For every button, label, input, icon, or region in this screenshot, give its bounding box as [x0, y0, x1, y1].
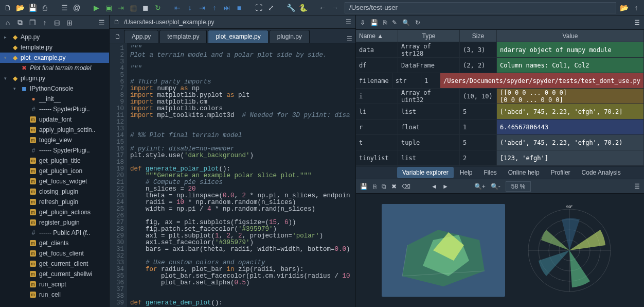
plot-next-icon[interactable]: ► [442, 183, 449, 190]
clear-icon[interactable]: ✎ [392, 19, 397, 26]
var-row[interactable]: dfDataFrame(2, 2)Column names: Col1, Col… [356, 58, 644, 73]
home-icon[interactable]: ⌂ [3, 18, 12, 27]
plot-options-icon[interactable]: ☰ [634, 183, 640, 190]
var-row[interactable]: tinylistlist2[123, 'efgh'] [356, 150, 644, 166]
back-icon[interactable]: ← [318, 3, 327, 12]
editor-options-icon[interactable]: ☰ [346, 19, 351, 26]
tree-item[interactable]: mrun_script [0, 279, 109, 289]
col-value-header[interactable]: Value [497, 30, 644, 42]
run-cell-icon[interactable]: ▣ [104, 3, 113, 12]
tree-item[interactable]: mclosing_plugin [0, 186, 109, 197]
new-file-icon[interactable]: 🗋 [3, 3, 12, 12]
debug-continue-icon[interactable]: ⏭ [222, 3, 231, 12]
tree-item[interactable]: mrefresh_plugin [0, 197, 109, 207]
tree-item[interactable]: mget_focus_client [0, 248, 109, 259]
browse-dir-icon[interactable]: 📂 [619, 3, 629, 12]
up-icon[interactable]: ↑ [40, 18, 49, 27]
parent-dir-icon[interactable]: ↑ [632, 3, 641, 12]
right-pane-tab[interactable]: Profiler [546, 167, 576, 178]
save-icon[interactable]: 💾 [28, 3, 37, 12]
editor-tab[interactable]: plugin.py [270, 30, 310, 43]
tab-list-icon[interactable]: 🗋 [112, 30, 124, 43]
editor-tab[interactable]: App.py [124, 30, 158, 43]
run-selection-icon[interactable]: ▦ [129, 3, 138, 12]
tree-item[interactable]: mget_clients [0, 238, 109, 248]
right-pane-tab[interactable]: Help [455, 167, 478, 178]
save-all-icon[interactable]: ⎙ [40, 3, 49, 12]
debug-step-over-icon[interactable]: ⇤ [173, 3, 182, 12]
plot-saveall-icon[interactable]: ⎘ [373, 183, 377, 190]
debug-step-into-icon[interactable]: ↓ [185, 3, 194, 12]
plot-save-icon[interactable]: 💾 [360, 183, 368, 190]
save-data-icon[interactable]: 💾 [370, 19, 378, 26]
var-row[interactable]: dataArray of str128(3, 3)ndarray object … [356, 42, 644, 58]
open-folder-icon[interactable]: 📂 [15, 3, 25, 12]
col-name-header[interactable]: Name ▲ [356, 30, 398, 42]
tree-item[interactable]: mget_plugin_title [0, 156, 109, 166]
col-type-header[interactable]: Type [398, 30, 460, 42]
tree-item[interactable]: mget_current_client [0, 259, 109, 269]
options-icon[interactable]: ☰ [97, 18, 106, 27]
at-icon[interactable]: @ [72, 3, 81, 12]
import-icon[interactable]: ⇩ [360, 19, 365, 26]
stop-icon[interactable]: ◼ [141, 3, 150, 12]
tree-item[interactable]: ●__init__ [0, 94, 109, 104]
tree-item[interactable]: mrun_cell [0, 289, 109, 300]
fullscreen-icon[interactable]: ⤢ [266, 3, 276, 12]
tree-item[interactable]: mupdate_font [0, 114, 109, 125]
preferences-icon[interactable]: 🔧 [286, 3, 295, 12]
tree-item[interactable]: ▸◆App.py [0, 32, 109, 42]
editor-tab-options-icon[interactable]: ☰ [347, 36, 352, 43]
right-pane-tab[interactable]: Variable explorer [397, 167, 454, 178]
plot-remove-icon[interactable]: ✖ [391, 183, 397, 190]
tree-item[interactable]: #------ SpyderPlugi.. [0, 104, 109, 114]
tree-item[interactable]: mregister_plugin [0, 217, 109, 228]
var-row[interactable]: lilist5['abcd', 745, 2.23, 'efgh', 70.2] [356, 104, 644, 120]
restart-icon[interactable]: ↻ [153, 3, 163, 12]
tree-item[interactable]: ▾◼IPythonConsole [0, 83, 109, 94]
debug-stop-icon[interactable]: ■ [235, 3, 244, 12]
varexp-options-icon[interactable]: ☰ [634, 19, 640, 26]
tree-item[interactable]: #------ Public API (f.. [0, 228, 109, 238]
col-size-header[interactable]: Size [460, 30, 497, 42]
var-row[interactable]: filenamestr1/Users/Documents/spyder/spyd… [356, 73, 644, 89]
editor-tab[interactable]: plot_example.py [208, 30, 268, 43]
copy-icon[interactable]: ⧉ [15, 18, 25, 27]
expand-icon[interactable]: ⊞ [65, 18, 74, 27]
debug-step-out-icon[interactable]: ↑ [210, 3, 219, 12]
collapse-icon[interactable]: ⊟ [52, 18, 62, 27]
forward-icon[interactable]: → [330, 3, 339, 12]
search-icon[interactable]: 🔍 [402, 19, 410, 26]
tree-item[interactable]: ▾◆plot_example.py [0, 53, 109, 63]
tree-item[interactable]: #------ SpyderPlugi.. [0, 145, 109, 156]
refresh-icon[interactable]: ↻ [415, 19, 420, 26]
python-path-icon[interactable]: 🐍 [298, 3, 308, 12]
plot-zoomin-icon[interactable]: 🔍+ [474, 183, 486, 190]
tree-item[interactable]: mget_plugin_actions [0, 207, 109, 217]
tree-item[interactable]: mget_plugin_icon [0, 166, 109, 176]
run-cell-advance-icon[interactable]: ⇥ [116, 3, 126, 12]
tree-item[interactable]: mget_focus_widget [0, 176, 109, 186]
tree-item[interactable]: ▾◆plugin.py [0, 73, 109, 83]
var-row[interactable]: rfloat16.46567806443 [356, 120, 644, 135]
tree-item[interactable]: ✖Plot final terrain model [0, 63, 109, 73]
maximize-icon[interactable]: ⛶ [254, 3, 263, 12]
tree-item[interactable]: ◆template.py [0, 42, 109, 53]
debug-step-icon[interactable]: ⇥ [198, 3, 207, 12]
var-row[interactable]: iArray of uint32(10, 10)[[0 0 0 ... 0 0 … [356, 89, 644, 104]
plot-zoomout-icon[interactable]: 🔍- [491, 183, 500, 190]
plot-copy-icon[interactable]: ⧉ [382, 183, 386, 190]
plot-removeall-icon[interactable]: ⌫ [402, 183, 410, 190]
plot-prev-icon[interactable]: ◄ [431, 183, 437, 190]
right-pane-tab[interactable]: Online help [503, 167, 545, 178]
workingdir-input[interactable] [345, 2, 616, 13]
copy2-icon[interactable]: ❐ [28, 18, 37, 27]
tree-item[interactable]: mtoggle_view [0, 135, 109, 145]
outline-icon[interactable]: ☰ [60, 3, 69, 12]
editor-tab[interactable]: template.py [159, 30, 207, 43]
tree-item[interactable]: mget_current_shellwi [0, 269, 109, 279]
right-pane-tab[interactable]: Files [479, 167, 502, 178]
tree-item[interactable]: mapply_plugin_settin.. [0, 125, 109, 135]
save-as-icon[interactable]: ⎘ [383, 19, 387, 26]
right-pane-tab[interactable]: Code Analysis [577, 167, 626, 178]
